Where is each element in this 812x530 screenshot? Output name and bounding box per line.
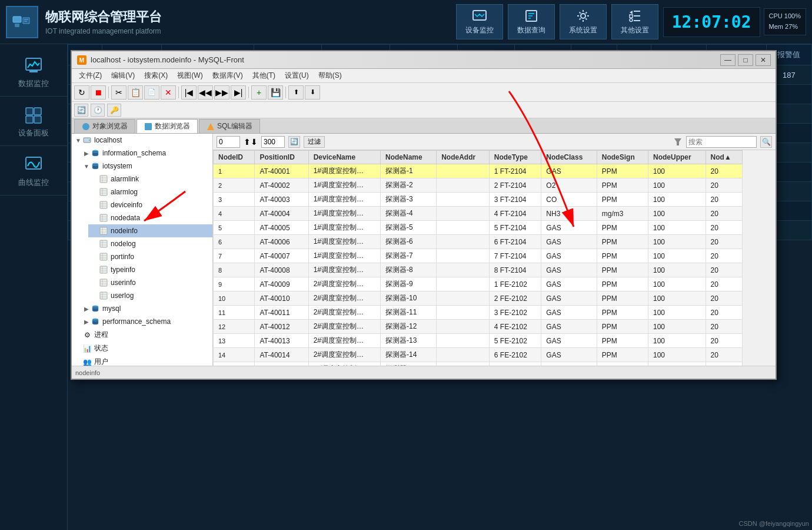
tree-item-performance_schema[interactable]: ▶performance_schema <box>80 315 212 328</box>
menu-item[interactable]: 设置(U) <box>280 69 314 82</box>
tree-icon-server <box>82 135 92 145</box>
data-table-row: 12AT-400122#调度室控制…探测器-124 FE-2102GASPPM1… <box>214 320 743 334</box>
tree-item-information_schema[interactable]: ▶information_schema <box>80 147 212 160</box>
menu-item[interactable]: 视图(W) <box>172 69 207 82</box>
tree-item-nodeinfo[interactable]: nodeinfo <box>88 224 212 237</box>
win-minimize-btn[interactable]: — <box>720 54 736 66</box>
tree-item-portinfo[interactable]: portinfo <box>88 250 212 263</box>
svg-rect-10 <box>34 108 41 115</box>
tb-add[interactable]: + <box>251 85 267 100</box>
tree-item-userinfo[interactable]: userinfo <box>88 276 212 289</box>
svg-rect-34 <box>100 292 107 299</box>
top-nav-btn-device-monitor[interactable]: 设备监控 <box>456 4 503 39</box>
svg-rect-1 <box>15 24 19 27</box>
tb-last[interactable]: ▶| <box>231 85 246 100</box>
tree-icon-status: 📊 <box>82 344 92 353</box>
tb-stop[interactable]: ⏹ <box>91 85 106 100</box>
filter-start-input[interactable] <box>217 136 240 148</box>
tabs-row: 对象浏览器 数据浏览器 SQL编辑器 <box>72 118 776 134</box>
svg-rect-17 <box>145 123 152 130</box>
search-btn[interactable]: 🔍 <box>760 136 772 148</box>
menu-item[interactable]: 其他(T) <box>248 69 280 82</box>
tree-item-用户[interactable]: 👥用户 <box>72 355 212 366</box>
win-main-content: ▼localhost▶information_schema▼iotsystema… <box>72 134 776 366</box>
svg-marker-18 <box>207 123 214 130</box>
data-table-header: DeviceName <box>308 151 380 164</box>
tree-item-状态[interactable]: 📊状态 <box>72 342 212 355</box>
filter-funnel-icon <box>673 137 683 147</box>
tb-sep4 <box>285 87 286 98</box>
tb-prev-page[interactable]: ◀◀ <box>198 85 213 100</box>
tb-first[interactable]: |◀ <box>181 85 197 100</box>
tb-save[interactable]: 💾 <box>268 85 283 100</box>
tab-object-browser[interactable]: 对象浏览器 <box>74 119 135 133</box>
svg-rect-31 <box>100 253 107 260</box>
tree-icon-db <box>91 161 100 171</box>
sidebar: 数据监控 设备面板 曲线监控 <box>0 44 68 530</box>
svg-rect-26 <box>100 188 107 196</box>
tree-item-nodelog[interactable]: nodelog <box>88 237 212 250</box>
clock-display: 12:07:02 <box>663 7 760 37</box>
tb-export[interactable]: ⬆ <box>288 85 304 100</box>
tb-import[interactable]: ⬇ <box>305 85 320 100</box>
sidebar-item-curve-monitor[interactable]: 曲线监控 <box>0 149 67 196</box>
sidebar-item-device-panel[interactable]: 设备面板 <box>0 100 67 146</box>
top-nav-btn-system-settings[interactable]: 系统设置 <box>560 4 607 39</box>
content-area: 序号位号控制器名称控制器型号探测器名称探测器型号气体种类实时浓度单位状态时间位号… <box>68 44 812 530</box>
tree-item-typeinfo[interactable]: typeinfo <box>88 263 212 276</box>
win-close-btn[interactable]: ✕ <box>756 54 771 66</box>
sidebar-item-data-monitor[interactable]: 数据监控 <box>0 50 67 97</box>
tree-item-iotsystem[interactable]: ▼iotsystem <box>80 160 212 173</box>
mysql-icon: M <box>76 55 87 65</box>
tree-item-nodedata[interactable]: nodedata <box>88 211 212 224</box>
tb2-btn1[interactable]: 🔄 <box>74 104 88 117</box>
tree-item-alarmlog[interactable]: alarmlog <box>88 186 212 198</box>
data-table-row: 1AT-400011#调度室控制…探测器-11 FT-2104GASPPM100… <box>214 164 743 178</box>
tree-icon-users: 👥 <box>82 357 92 366</box>
tab-data-browser[interactable]: 数据浏览器 <box>137 119 198 133</box>
win-maximize-btn[interactable]: □ <box>738 54 753 66</box>
tb2-btn3[interactable]: 🔑 <box>107 104 121 117</box>
menu-item[interactable]: 数据库(V) <box>208 69 248 82</box>
menu-item[interactable]: 文件(Z) <box>74 69 107 82</box>
tree-item-mysql[interactable]: ▶mysql <box>80 302 212 315</box>
tb-refresh[interactable]: ↻ <box>74 85 89 100</box>
tree-item-userlog[interactable]: userlog <box>88 289 212 302</box>
tb-next-page[interactable]: ▶▶ <box>214 85 229 100</box>
top-nav-btn-data-query[interactable]: 数据查询 <box>508 4 555 39</box>
tb-delete[interactable]: ✕ <box>161 85 176 100</box>
filter-count-input[interactable] <box>261 136 285 148</box>
data-table-header: NodeType <box>489 151 541 164</box>
tb-cut[interactable]: ✂ <box>111 85 127 100</box>
sidebar-label-device-panel: 设备面板 <box>18 128 49 138</box>
tb-paste[interactable]: 📄 <box>144 85 159 100</box>
top-nav-buttons: 设备监控数据查询系统设置其他设置 <box>456 4 658 39</box>
data-table-row: 3AT-400031#调度室控制…探测器-33 FT-2104COPPM1002… <box>214 193 743 207</box>
tree-item-localhost[interactable]: ▼localhost <box>72 134 212 147</box>
tree-item-alarmlink[interactable]: alarmlink <box>88 173 212 186</box>
tree-icon-table <box>99 265 108 274</box>
svg-rect-29 <box>100 227 107 234</box>
tree-item-进程[interactable]: ⚙进程 <box>72 328 212 342</box>
search-input[interactable] <box>686 136 757 148</box>
tree-item-deviceinfo[interactable]: deviceinfo <box>88 198 212 211</box>
data-table: NodeIDPositionIDDeviceNameNodeNameNodeAd… <box>213 150 743 366</box>
data-panel: ⬆⬇ 🔄 过滤 🔍 NodeIDPosit <box>213 134 776 366</box>
tb-copy[interactable]: 📋 <box>128 85 143 100</box>
filter-refresh-btn[interactable]: 🔄 <box>288 136 300 148</box>
data-table-header: Nod▲ <box>705 151 742 164</box>
menu-item[interactable]: 编辑(V) <box>107 69 139 82</box>
tb-sep3 <box>248 87 249 98</box>
svg-rect-25 <box>100 175 107 183</box>
menu-item[interactable]: 搜索(X) <box>139 69 172 82</box>
data-table-wrap: NodeIDPositionIDDeviceNameNodeNameNodeAd… <box>213 150 776 366</box>
tab-sql-editor[interactable]: SQL编辑器 <box>199 119 260 133</box>
main-layout: 数据监控 设备面板 曲线监控 序号位号控制器名称控制器型号探测器名称 <box>0 44 812 530</box>
top-nav-btn-other-settings[interactable]: 其他设置 <box>611 4 658 39</box>
tb2-btn2[interactable]: 🕐 <box>91 104 105 117</box>
svg-point-20 <box>89 140 90 141</box>
menu-item[interactable]: 帮助(S) <box>314 69 347 82</box>
filter-apply-btn[interactable]: 过滤 <box>304 136 325 148</box>
win-toolbar: ↻ ⏹ ✂ 📋 📄 ✕ |◀ ◀◀ ▶▶ ▶| + 💾 ⬆ ⬇ <box>72 83 776 102</box>
win-titlebar: M localhost - iotsystem.nodeinfo - MySQL… <box>72 51 776 69</box>
